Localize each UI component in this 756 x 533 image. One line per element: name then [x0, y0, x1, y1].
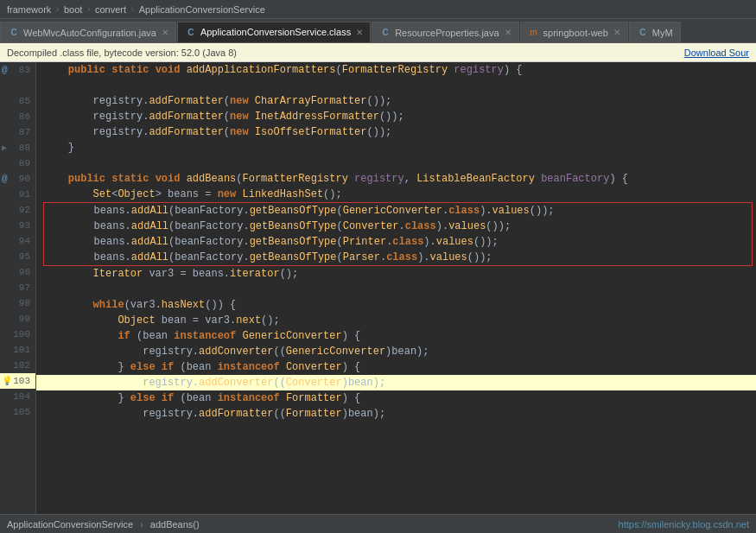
bulb-icon-103: 💡	[2, 376, 12, 386]
code-line-87: registry.addFormatter(new IsoOffsetForma…	[36, 124, 756, 140]
breadcrumb-convert: convert	[92, 4, 130, 15]
gutter-line-98: 98	[0, 295, 35, 311]
gutter-line-100: 100	[0, 327, 35, 342]
gutter-line-87: 87	[0, 124, 35, 140]
tab-close-webmvc[interactable]: ✕	[162, 28, 168, 37]
code-editor: @ 83 85 86 87 ▶ 88 89 @ 90 91 92 93 94 9…	[0, 62, 756, 514]
code-line-empty1	[36, 78, 756, 93]
status-class: ApplicationConversionService	[7, 519, 133, 530]
gutter-line-90: @ 90	[0, 171, 35, 187]
gutter-line-95: 95	[0, 249, 35, 264]
tab-webmvc[interactable]: C WebMvcAutoConfiguration.java ✕	[0, 22, 176, 42]
tab-mym[interactable]: C MyM	[629, 22, 681, 42]
code-line-89	[36, 155, 756, 171]
code-line-102: } else if (bean instanceof Converter) {	[36, 359, 756, 375]
code-line-105: registry.addFormatter((Formatter)bean);	[36, 406, 756, 422]
tab-icon-appconversion: C	[185, 26, 197, 38]
tab-close-appconversion[interactable]: ✕	[356, 28, 363, 37]
code-line-100: if (bean instanceof GenericConverter) {	[36, 328, 756, 344]
tab-label-appconversion: ApplicationConversionService.class	[200, 27, 351, 37]
breadcrumb-boot: boot	[60, 4, 86, 15]
code-line-97	[36, 282, 756, 297]
code-line-98: while(var3.hasNext()) {	[36, 297, 756, 313]
gutter-line-empty1	[0, 78, 35, 93]
tab-label-webmvc: WebMvcAutoConfiguration.java	[23, 28, 156, 38]
tab-label-resourceprops: ResourceProperties.java	[395, 28, 499, 38]
code-line-85: registry.addFormatter(new CharArrayForma…	[36, 93, 756, 109]
code-line-104: } else if (bean instanceof Formatter) {	[36, 390, 756, 406]
code-line-103: registry.addConverter((Converter)bean);	[36, 375, 756, 390]
red-box-highlight: beans.addAll(beanFactory.getBeansOfType(…	[43, 202, 753, 266]
tab-label-mym: MyM	[652, 28, 673, 38]
tab-icon-mym: C	[637, 27, 649, 39]
gutter-line-89: 89	[0, 155, 35, 171]
tab-resourceprops[interactable]: C ResourceProperties.java ✕	[372, 22, 518, 42]
code-line-95: beans.addAll(beanFactory.getBeansOfType(…	[44, 250, 752, 265]
status-breadcrumb: ApplicationConversionService › addBeans(…	[7, 519, 200, 530]
gutter-line-91: 91	[0, 187, 35, 202]
tab-bar: C WebMvcAutoConfiguration.java ✕ C Appli…	[0, 19, 756, 43]
tab-icon-springbootweb: m	[528, 27, 540, 39]
code-line-83: public static void addApplicationFormatt…	[36, 62, 756, 78]
tab-icon-webmvc: C	[8, 27, 20, 39]
tab-appconversion[interactable]: C ApplicationConversionService.class ✕	[177, 22, 371, 42]
info-bar: Decompiled .class file, bytecode version…	[0, 43, 756, 62]
code-line-99: Object bean = var3.next();	[36, 313, 756, 328]
code-line-88: }	[36, 140, 756, 155]
status-bar: ApplicationConversionService › addBeans(…	[0, 514, 756, 533]
download-source-link[interactable]: Download Sour	[684, 48, 749, 58]
breadcrumb-bar: framework › boot › convert › Application…	[0, 0, 756, 19]
decompiled-notice: Decompiled .class file, bytecode version…	[7, 48, 237, 58]
tab-springbootweb[interactable]: m springboot-web ✕	[520, 22, 628, 42]
gutter-line-105: 105	[0, 404, 35, 420]
tab-icon-resourceprops: C	[379, 27, 391, 39]
gutter-line-102: 102	[0, 358, 35, 373]
tab-label-springbootweb: springboot-web	[543, 28, 608, 38]
gutter-line-97: 97	[0, 280, 35, 295]
status-sep: ›	[140, 519, 143, 530]
gutter-line-103: 💡 103	[0, 373, 35, 389]
code-content-area[interactable]: public static void addApplicationFormatt…	[36, 62, 756, 514]
tab-close-resourceprops[interactable]: ✕	[505, 28, 511, 37]
gutter-line-99: 99	[0, 311, 35, 327]
code-line-86: registry.addFormatter(new InetAddressFor…	[36, 109, 756, 124]
gutter-annotation-90: @	[2, 174, 8, 184]
code-line-93: beans.addAll(beanFactory.getBeansOfType(…	[44, 219, 752, 234]
breadcrumb-framework: framework	[3, 4, 54, 15]
line-number-gutter: @ 83 85 86 87 ▶ 88 89 @ 90 91 92 93 94 9…	[0, 62, 36, 514]
gutter-annotation-83: @	[2, 65, 8, 75]
gutter-line-92: 92	[0, 202, 35, 218]
gutter-line-96: 96	[0, 264, 35, 280]
status-link[interactable]: https://smilenicky.blog.csdn.net	[619, 519, 749, 530]
gutter-line-83: @ 83	[0, 62, 35, 78]
gutter-arrow-88: ▶	[2, 143, 7, 153]
main-window: framework › boot › convert › Application…	[0, 0, 756, 533]
code-line-90: public static void addBeans(FormatterReg…	[36, 171, 756, 187]
code-line-91: Set<Object> beans = new LinkedHashSet();	[36, 187, 756, 202]
gutter-line-88: ▶ 88	[0, 140, 35, 155]
code-line-94: beans.addAll(beanFactory.getBeansOfType(…	[44, 234, 752, 250]
status-method: addBeans()	[150, 519, 200, 530]
gutter-line-104: 104	[0, 389, 35, 404]
tab-close-springbootweb[interactable]: ✕	[613, 28, 620, 37]
code-line-101: registry.addConverter((GenericConverter)…	[36, 344, 756, 359]
gutter-line-86: 86	[0, 109, 35, 124]
breadcrumb-class: ApplicationConversionService	[136, 4, 269, 15]
gutter-line-93: 93	[0, 218, 35, 233]
gutter-line-85: 85	[0, 93, 35, 109]
gutter-line-94: 94	[0, 233, 35, 249]
code-line-96: Iterator var3 = beans.iterator();	[36, 266, 756, 282]
gutter-line-101: 101	[0, 342, 35, 358]
code-line-92: beans.addAll(beanFactory.getBeansOfType(…	[44, 203, 752, 219]
